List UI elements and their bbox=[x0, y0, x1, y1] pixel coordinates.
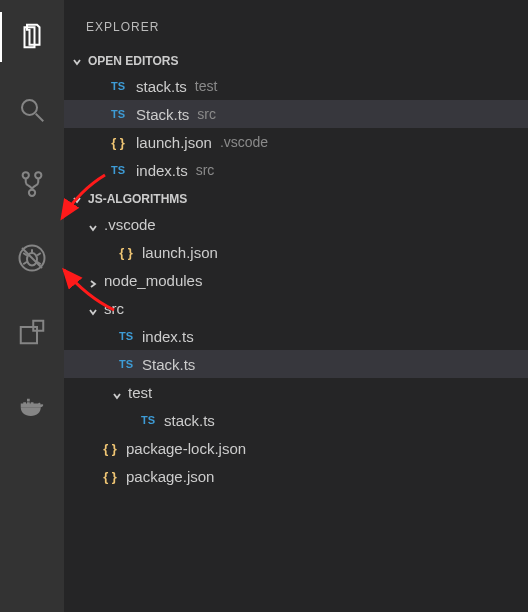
chevron-down-icon bbox=[88, 219, 98, 229]
chevron-down-icon bbox=[112, 387, 122, 397]
file-package-lock[interactable]: { } package-lock.json bbox=[64, 434, 528, 462]
no-bug-icon bbox=[17, 243, 47, 276]
ts-icon: TS bbox=[108, 164, 128, 176]
ts-icon: TS bbox=[116, 358, 136, 370]
activity-bar bbox=[0, 0, 64, 612]
file-name: package-lock.json bbox=[126, 440, 246, 457]
activity-docker[interactable] bbox=[0, 382, 64, 432]
explorer-sidebar: EXPLORER OPEN EDITORS TS stack.ts test T… bbox=[64, 0, 528, 612]
chevron-right-icon bbox=[88, 275, 98, 285]
file-launch-json[interactable]: { } launch.json bbox=[64, 238, 528, 266]
file-name: index.ts bbox=[136, 162, 188, 179]
json-icon: { } bbox=[100, 469, 120, 484]
chevron-down-icon bbox=[72, 194, 82, 204]
svg-point-4 bbox=[29, 189, 35, 195]
file-path: src bbox=[197, 106, 216, 122]
file-name: launch.json bbox=[136, 134, 212, 151]
folder-label: src bbox=[104, 300, 124, 317]
ts-icon: TS bbox=[138, 414, 158, 426]
file-name: Stack.ts bbox=[136, 106, 189, 123]
activity-extensions[interactable] bbox=[0, 308, 64, 358]
json-icon: { } bbox=[100, 441, 120, 456]
open-editor-item[interactable]: { } launch.json .vscode bbox=[64, 128, 528, 156]
file-index-ts[interactable]: TS index.ts bbox=[64, 322, 528, 350]
chevron-down-icon bbox=[88, 303, 98, 313]
ts-icon: TS bbox=[116, 330, 136, 342]
svg-rect-13 bbox=[27, 398, 30, 401]
git-branch-icon bbox=[17, 169, 47, 202]
extensions-icon bbox=[17, 317, 47, 350]
ts-icon: TS bbox=[108, 108, 128, 120]
svg-point-3 bbox=[35, 172, 41, 178]
folder-node-modules[interactable]: node_modules bbox=[64, 266, 528, 294]
file-name: stack.ts bbox=[136, 78, 187, 95]
svg-rect-8 bbox=[21, 327, 37, 343]
folder-label: node_modules bbox=[104, 272, 202, 289]
json-icon: { } bbox=[116, 245, 136, 260]
svg-rect-11 bbox=[27, 402, 30, 405]
svg-rect-9 bbox=[33, 320, 43, 330]
open-editor-item[interactable]: TS stack.ts test bbox=[64, 72, 528, 100]
svg-line-1 bbox=[36, 113, 44, 121]
chevron-down-icon bbox=[72, 56, 82, 66]
file-name: launch.json bbox=[142, 244, 218, 261]
file-package[interactable]: { } package.json bbox=[64, 462, 528, 490]
ts-icon: TS bbox=[108, 80, 128, 92]
folder-src[interactable]: src bbox=[64, 294, 528, 322]
files-icon bbox=[17, 21, 47, 54]
open-editor-item[interactable]: TS index.ts src bbox=[64, 156, 528, 184]
svg-point-2 bbox=[23, 172, 29, 178]
panel-title: EXPLORER bbox=[64, 12, 528, 50]
activity-source-control[interactable] bbox=[0, 160, 64, 210]
section-label: JS-ALGORITHMS bbox=[88, 192, 187, 206]
file-name: package.json bbox=[126, 468, 214, 485]
activity-debug[interactable] bbox=[0, 234, 64, 284]
folder-vscode[interactable]: .vscode bbox=[64, 210, 528, 238]
search-icon bbox=[17, 95, 47, 128]
file-name: stack.ts bbox=[164, 412, 215, 429]
activity-explorer[interactable] bbox=[0, 12, 64, 62]
activity-search[interactable] bbox=[0, 86, 64, 136]
folder-test[interactable]: test bbox=[64, 378, 528, 406]
docker-whale-icon bbox=[17, 391, 47, 424]
svg-point-0 bbox=[22, 100, 37, 115]
file-test-stack-ts[interactable]: TS stack.ts bbox=[64, 406, 528, 434]
file-name: Stack.ts bbox=[142, 356, 195, 373]
file-path: src bbox=[196, 162, 215, 178]
json-icon: { } bbox=[108, 135, 128, 150]
file-path: test bbox=[195, 78, 218, 94]
svg-rect-10 bbox=[23, 402, 26, 405]
open-editor-item[interactable]: TS Stack.ts src bbox=[64, 100, 528, 128]
file-path: .vscode bbox=[220, 134, 268, 150]
section-open-editors-header[interactable]: OPEN EDITORS bbox=[64, 50, 528, 72]
svg-rect-12 bbox=[31, 402, 34, 405]
section-workspace-header[interactable]: JS-ALGORITHMS bbox=[64, 188, 528, 210]
folder-label: .vscode bbox=[104, 216, 156, 233]
section-label: OPEN EDITORS bbox=[88, 54, 178, 68]
folder-label: test bbox=[128, 384, 152, 401]
file-name: index.ts bbox=[142, 328, 194, 345]
file-stack-ts[interactable]: TS Stack.ts bbox=[64, 350, 528, 378]
